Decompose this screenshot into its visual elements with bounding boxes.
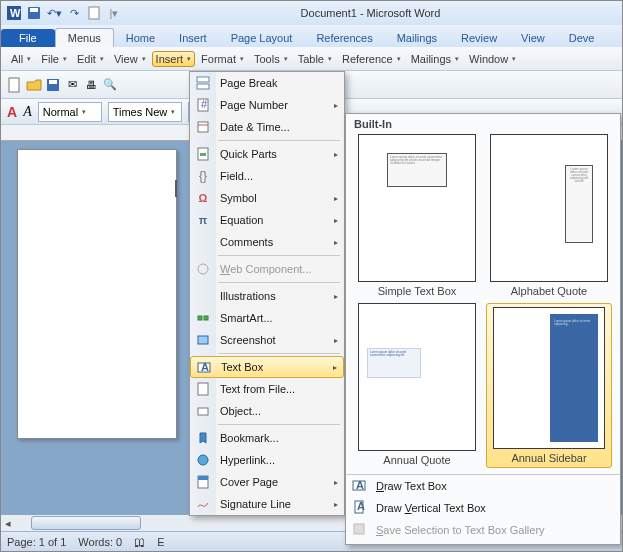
- qat-doc-icon[interactable]: [85, 4, 103, 22]
- print-icon[interactable]: 🖶: [83, 77, 99, 93]
- status-language[interactable]: E: [157, 536, 164, 548]
- mi-object[interactable]: Object...: [190, 400, 344, 422]
- mi-page-number[interactable]: #Page Number▸: [190, 94, 344, 116]
- screenshot-icon: [195, 332, 211, 348]
- field-icon: {}: [195, 168, 211, 184]
- scrollbar-thumb[interactable]: [31, 516, 141, 530]
- mail-icon[interactable]: ✉: [64, 77, 80, 93]
- menu-view[interactable]: View: [110, 51, 150, 67]
- preview-icon[interactable]: 🔍: [102, 77, 118, 93]
- mi-page-break[interactable]: Page Break: [190, 72, 344, 94]
- text-box-gallery: Built-In Lorem ipsum dolor sit amet cons…: [345, 113, 621, 545]
- menu-format[interactable]: Format: [197, 51, 248, 67]
- object-icon: [195, 403, 211, 419]
- ribbon-tabs: File Menus Home Insert Page Layout Refer…: [1, 25, 622, 47]
- hyperlink-icon: [195, 452, 211, 468]
- tab-file[interactable]: File: [1, 29, 55, 47]
- text-box-icon: A: [196, 359, 212, 375]
- tab-home[interactable]: Home: [114, 29, 167, 47]
- menu-table[interactable]: Table: [294, 51, 336, 67]
- mi-cover-page[interactable]: Cover Page▸: [190, 471, 344, 493]
- tab-references[interactable]: References: [304, 29, 384, 47]
- mi-bookmark[interactable]: Bookmark...: [190, 427, 344, 449]
- classic-menu-bar: All File Edit View Insert Format Tools T…: [1, 47, 622, 71]
- mi-illustrations[interactable]: Illustrations▸: [190, 285, 344, 307]
- tab-page-layout[interactable]: Page Layout: [219, 29, 305, 47]
- undo-icon[interactable]: ↶▾: [45, 4, 63, 22]
- mi-text-from-file[interactable]: Text from File...: [190, 378, 344, 400]
- open-icon[interactable]: [26, 77, 42, 93]
- text-cursor: │: [172, 180, 181, 196]
- menu-window[interactable]: Window: [465, 51, 520, 67]
- page-break-icon: [195, 75, 211, 91]
- mi-symbol[interactable]: ΩSymbol▸: [190, 187, 344, 209]
- menu-insert[interactable]: Insert: [152, 51, 196, 67]
- svg-text:W: W: [10, 7, 21, 19]
- font-combo[interactable]: Times New: [108, 102, 182, 122]
- svg-rect-4: [89, 7, 99, 19]
- svg-rect-23: [198, 408, 208, 415]
- svg-text:A: A: [201, 361, 209, 373]
- tab-view[interactable]: View: [509, 29, 557, 47]
- reset-font-a-icon[interactable]: A: [7, 104, 17, 120]
- date-time-icon: [195, 119, 211, 135]
- gallery-alphabet-quote[interactable]: Lorem ipsum dolor sit amet consectetur a…: [486, 134, 612, 297]
- menu-edit[interactable]: Edit: [73, 51, 108, 67]
- redo-icon[interactable]: ↷: [65, 4, 83, 22]
- tab-menus[interactable]: Menus: [55, 28, 114, 47]
- mi-screenshot[interactable]: Screenshot▸: [190, 329, 344, 351]
- svg-rect-8: [197, 77, 209, 82]
- gallery-annual-sidebar[interactable]: Lorem ipsum dolor sit amet adipiscing An…: [486, 303, 612, 468]
- status-words[interactable]: Words: 0: [78, 536, 122, 548]
- menu-mailings[interactable]: Mailings: [407, 51, 463, 67]
- gallery-draw-text-box[interactable]: A Draw Text Box: [346, 475, 620, 497]
- signature-icon: [195, 496, 211, 512]
- document-page[interactable]: │: [17, 149, 177, 439]
- style-label: A: [23, 104, 32, 120]
- save-selection-icon: [352, 522, 368, 538]
- mi-quick-parts[interactable]: Quick Parts▸: [190, 143, 344, 165]
- tab-insert[interactable]: Insert: [167, 29, 219, 47]
- insert-dropdown-menu: Page Break #Page Number▸ Date & Time... …: [189, 71, 345, 516]
- qat-divider: |▾: [105, 4, 123, 22]
- symbol-icon: Ω: [195, 190, 211, 206]
- svg-text:A: A: [357, 500, 365, 512]
- word-logo-icon: W: [5, 4, 23, 22]
- draw-vertical-icon: A: [352, 500, 368, 516]
- web-component-icon: [195, 261, 211, 277]
- equation-icon: π: [195, 212, 211, 228]
- bookmark-icon: [195, 430, 211, 446]
- new-doc-icon[interactable]: [7, 77, 23, 93]
- smartart-icon: [195, 310, 211, 326]
- mi-web-component: Web Component...: [190, 258, 344, 280]
- save-icon[interactable]: [25, 4, 43, 22]
- svg-rect-26: [198, 476, 208, 480]
- gallery-simple-text-box[interactable]: Lorem ipsum dolor sit amet consectetur a…: [354, 134, 480, 297]
- tab-review[interactable]: Review: [449, 29, 509, 47]
- gallery-annual-quote[interactable]: Lorem ipsum dolor sit amet consectetur a…: [354, 303, 480, 468]
- mi-signature-line[interactable]: Signature Line▸: [190, 493, 344, 515]
- gallery-draw-vertical[interactable]: A Draw Vertical Text Box: [346, 497, 620, 519]
- svg-text:#: #: [201, 98, 208, 110]
- menu-tools[interactable]: Tools: [250, 51, 292, 67]
- menu-all[interactable]: All: [7, 51, 35, 67]
- menu-reference[interactable]: Reference: [338, 51, 405, 67]
- tab-mailings[interactable]: Mailings: [385, 29, 449, 47]
- mi-smartart[interactable]: SmartArt...: [190, 307, 344, 329]
- tab-developer[interactable]: Deve: [557, 29, 607, 47]
- mi-equation[interactable]: πEquation▸: [190, 209, 344, 231]
- svg-rect-3: [30, 8, 38, 12]
- draw-text-box-icon: A: [352, 478, 368, 494]
- mi-field[interactable]: {}Field...: [190, 165, 344, 187]
- save-icon[interactable]: [45, 77, 61, 93]
- status-lang-icon[interactable]: 🕮: [134, 536, 145, 548]
- mi-date-time[interactable]: Date & Time...: [190, 116, 344, 138]
- menu-file[interactable]: File: [37, 51, 71, 67]
- svg-rect-12: [198, 122, 208, 132]
- style-combo[interactable]: Normal: [38, 102, 102, 122]
- mi-hyperlink[interactable]: Hyperlink...: [190, 449, 344, 471]
- status-page[interactable]: Page: 1 of 1: [7, 536, 66, 548]
- svg-rect-18: [204, 316, 208, 320]
- mi-text-box[interactable]: AText Box▸: [190, 356, 344, 378]
- mi-comments[interactable]: Comments▸: [190, 231, 344, 253]
